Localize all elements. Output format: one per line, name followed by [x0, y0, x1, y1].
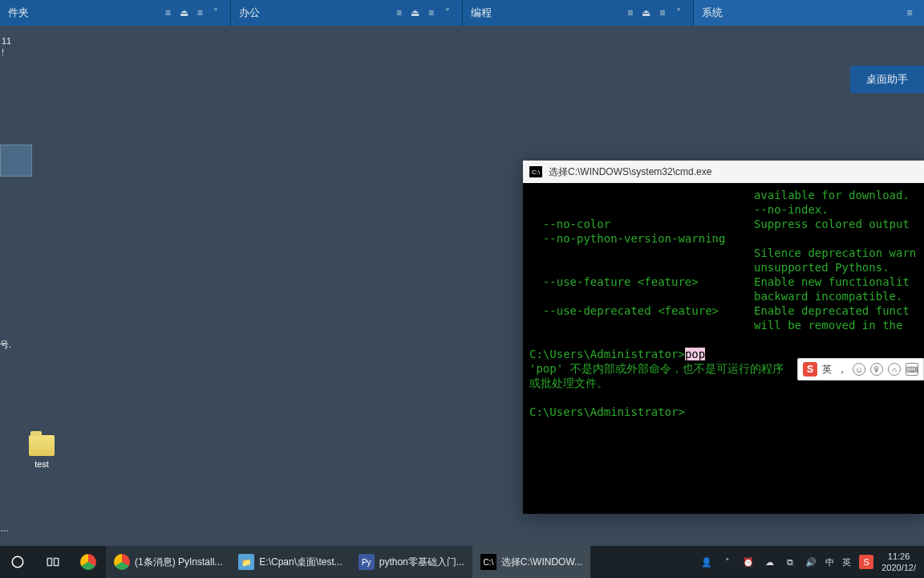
taskview-button[interactable] — [35, 546, 71, 578]
taskbar-item-python[interactable]: Py python零基础入门... — [351, 546, 472, 578]
desktop-stub-text: 11 ! — [2, 35, 11, 58]
ime-en[interactable]: 英 — [842, 556, 851, 568]
menu-icon[interactable]: ≡ — [425, 6, 438, 19]
cmd-icon: C:\ — [529, 166, 542, 177]
sogou-icon[interactable]: S — [803, 362, 817, 377]
clock-time: 11:26 — [881, 551, 916, 562]
taskbar-clock[interactable]: 11:26 2020/12/ — [881, 551, 916, 573]
ime-cn[interactable]: 中 — [825, 556, 834, 568]
desktop-label-stub2: … — [0, 523, 9, 533]
list-icon[interactable]: ≡ — [903, 6, 916, 19]
alarm-icon[interactable]: ⏰ — [742, 556, 755, 568]
cloud-icon[interactable]: ☁ — [763, 556, 776, 568]
folder-icon: 📁 — [238, 554, 254, 570]
people-icon[interactable]: 👤 — [700, 556, 713, 568]
network-icon[interactable]: ⧉ — [784, 556, 796, 568]
fence-title: 系统 — [702, 6, 903, 20]
cmd-icon: C:\ — [480, 554, 496, 570]
taskbar-item-chrome[interactable]: (1条消息) PyInstall... — [106, 546, 230, 578]
list-icon[interactable]: ≡ — [161, 6, 174, 19]
fence-bar: 件夹 ≡ ⏏ ≡ ˅ 办公 ≡ ⏏ ≡ ˅ 编程 ≡ ⏏ ≡ ˅ 系统 ≡ — [0, 0, 924, 26]
taskbar-chrome-icon[interactable] — [71, 546, 106, 578]
cmd-title: 选择C:\WINDOWS\system32\cmd.exe — [549, 165, 711, 179]
fence-title: 件夹 — [8, 6, 161, 20]
svg-point-0 — [12, 556, 23, 568]
headset-icon[interactable]: ∩ — [888, 363, 901, 376]
fence-icons: ≡ ⏏ ≡ ˅ — [393, 6, 454, 19]
lock-icon[interactable]: ⏏ — [409, 6, 422, 19]
face-icon[interactable]: ☺ — [853, 363, 865, 376]
chevron-down-icon[interactable]: ˅ — [441, 6, 454, 19]
clock-date: 2020/12/ — [881, 562, 916, 573]
system-tray: 👤 ˄ ⏰ ☁ ⧉ 🔊 中 英 S 11:26 2020/12/ — [700, 551, 924, 573]
chevron-down-icon[interactable]: ˅ — [672, 6, 685, 19]
sogou-tray-icon[interactable]: S — [859, 555, 873, 569]
ime-dock[interactable]: S 英 ， ☺ 🎙 ∩ ⌨ — [797, 358, 924, 381]
desktop-label-stub: 号. — [0, 339, 11, 351]
lock-icon[interactable]: ⏏ — [177, 6, 190, 19]
chrome-icon — [80, 554, 96, 570]
cmd-window[interactable]: C:\ 选择C:\WINDOWS\system32\cmd.exe availa… — [523, 161, 924, 514]
fence-section-office[interactable]: 办公 ≡ ⏏ ≡ ˅ — [231, 0, 462, 26]
svg-rect-2 — [55, 559, 59, 566]
taskbar-item-cmd[interactable]: C:\ 选择C:\WINDOW... — [472, 546, 590, 578]
chrome-icon — [114, 554, 130, 570]
list-icon[interactable]: ≡ — [624, 6, 637, 19]
folder-icon — [29, 435, 55, 456]
fence-icons: ≡ ⏏ ≡ ˅ — [624, 6, 685, 19]
desktop[interactable]: 11 ! 号. … test 桌面助手 C:\ 选择C:\WINDOWS\sys… — [0, 26, 924, 546]
fence-section-folder[interactable]: 件夹 ≡ ⏏ ≡ ˅ — [0, 0, 231, 26]
taskbar-item-label: E:\Cpan\桌面\test... — [259, 556, 342, 569]
folder-label: test — [18, 459, 66, 469]
chevron-down-icon[interactable]: ˅ — [209, 6, 222, 19]
taskbar-item-label: 选择C:\WINDOW... — [501, 556, 582, 569]
lock-icon[interactable]: ⏏ — [640, 6, 653, 19]
menu-icon[interactable]: ≡ — [193, 6, 206, 19]
list-icon[interactable]: ≡ — [393, 6, 406, 19]
tray-up-icon[interactable]: ˄ — [721, 556, 734, 568]
taskbar: (1条消息) PyInstall... 📁 E:\Cpan\桌面\test...… — [0, 546, 924, 578]
python-icon: Py — [359, 554, 375, 570]
fence-icons: ≡ ⏏ ≡ ˅ — [161, 6, 222, 19]
mic-icon[interactable]: 🎙 — [870, 363, 883, 376]
taskbar-item-label: (1条消息) PyInstall... — [135, 556, 222, 569]
taskbar-item-explorer[interactable]: 📁 E:\Cpan\桌面\test... — [230, 546, 350, 578]
fence-section-programming[interactable]: 编程 ≡ ⏏ ≡ ˅ — [463, 0, 694, 26]
fence-title: 办公 — [239, 6, 392, 20]
fence-section-system[interactable]: 系统 ≡ — [694, 0, 924, 26]
menu-icon[interactable]: ≡ — [656, 6, 669, 19]
ime-lang[interactable]: 英 — [822, 363, 832, 377]
cmd-content[interactable]: available for download. --no-index. --no… — [523, 183, 924, 514]
typed-command: pop — [685, 348, 705, 360]
desktop-folder-test[interactable]: test — [18, 435, 66, 469]
keyboard-icon[interactable]: ⌨ — [906, 363, 918, 376]
desktop-helper-button[interactable]: 桌面助手 — [850, 66, 924, 93]
cmd-titlebar[interactable]: C:\ 选择C:\WINDOWS\system32\cmd.exe — [523, 161, 924, 183]
ime-comma-icon[interactable]: ， — [837, 362, 848, 377]
taskbar-item-label: python零基础入门... — [379, 556, 464, 569]
svg-rect-1 — [47, 559, 51, 566]
fence-icons: ≡ — [903, 6, 916, 19]
selected-icon-highlight[interactable] — [0, 144, 32, 177]
start-button[interactable] — [0, 546, 35, 578]
fence-title: 编程 — [471, 6, 624, 20]
volume-icon[interactable]: 🔊 — [804, 556, 817, 568]
